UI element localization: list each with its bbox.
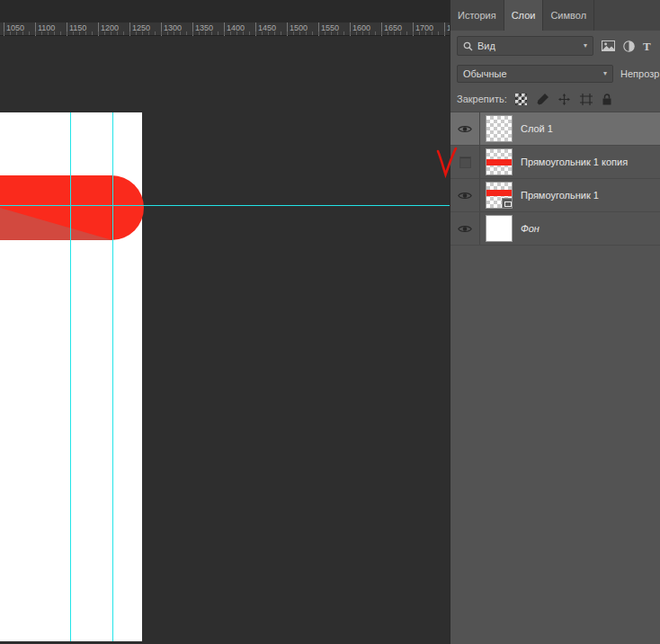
ruler-label: 1550 [318,22,339,36]
layer-filter-row: Вид ▾ T [450,31,660,61]
eye-icon [458,224,472,234]
ruler-label: 1250 [129,22,150,36]
ruler-label: 1150 [67,22,86,36]
layer-row-rectangle-1-copy[interactable]: Прямоугольник 1 копия [450,146,660,179]
kind-dropdown-value: Вид [477,40,495,51]
eye-icon [458,124,472,134]
type-layer-filter-icon[interactable]: T [643,40,651,52]
canvas-area[interactable]: 1050 1100 1150 1200 1250 1300 1350 1400 … [0,0,450,644]
thumbnail-red-bar [486,159,512,165]
panel-tab-bar: История Слои Символ [450,0,660,31]
layer-thumbnail[interactable] [486,215,513,242]
layer-name: Прямоугольник 1 копия [521,157,628,167]
horizontal-guide[interactable] [0,205,450,206]
tab-symbol[interactable]: Символ [543,0,594,31]
layer-list: Слой 1 Прямоугольник 1 копия [450,112,660,246]
layer-name: Слой 1 [521,123,553,134]
visibility-toggle[interactable] [450,112,480,145]
canvas-top-strip [0,0,450,22]
lock-position-move-icon[interactable] [558,94,570,105]
ruler-label: 1050 [4,22,24,36]
blend-mode-dropdown[interactable]: Обычные ▾ [457,65,613,83]
layer-row-layer-1[interactable]: Слой 1 [450,112,660,146]
layer-thumbnail[interactable] [486,115,513,142]
layer-filter-kind-dropdown[interactable]: Вид ▾ [457,36,593,56]
layer-name: Прямоугольник 1 [521,190,599,201]
search-icon [463,41,473,51]
tab-history[interactable]: История [450,0,504,31]
vertical-guide-2[interactable] [112,112,113,641]
lock-row: Закрепить: [450,86,660,112]
ruler-label: 1300 [161,22,182,36]
shape-layer-badge-icon [502,198,513,209]
layer-row-background[interactable]: Фон [450,212,660,246]
ruler-label: 1400 [224,22,245,36]
lock-buttons [515,94,611,105]
thumbnail-red-bar [486,190,512,196]
ruler-label: 1650 [381,22,402,36]
vertical-guide-1[interactable] [70,112,71,641]
ruler-label: 1100 [35,22,55,36]
photoshop-window: 1050 1100 1150 1200 1250 1300 1350 1400 … [0,0,660,644]
ruler-label: 1350 [192,22,213,36]
hidden-visibility-well[interactable] [459,157,471,168]
blend-mode-row: Обычные ▾ Непрозр [450,61,660,86]
layer-thumbnail[interactable] [486,182,513,209]
horizontal-ruler[interactable]: 1050 1100 1150 1200 1250 1300 1350 1400 … [0,22,450,36]
visibility-toggle[interactable] [450,179,480,211]
layers-panel: История Слои Символ Вид ▾ [450,0,660,644]
tab-layers[interactable]: Слои [504,0,544,31]
ruler-label: 1200 [98,22,119,36]
filter-type-buttons: T [602,40,651,52]
lock-pixels-brush-icon[interactable] [537,94,549,105]
lock-artboard-icon[interactable] [580,94,593,105]
ruler-label: 1450 [255,22,276,36]
opacity-label: Непрозр [620,68,659,79]
eye-icon [458,191,472,201]
lock-all-icon[interactable] [602,94,611,105]
lock-transparency-icon[interactable] [515,94,527,105]
ruler-label: 1700 [413,22,433,36]
pixel-layer-filter-icon[interactable] [602,40,615,51]
layer-name: Фон [521,223,540,234]
adjustment-layer-filter-icon[interactable] [623,40,635,52]
ruler-label: 1600 [350,22,370,36]
layer-row-rectangle-1[interactable]: Прямоугольник 1 [450,179,660,212]
lock-label: Закрепить: [457,94,507,104]
layer-thumbnail[interactable] [486,148,513,175]
chevron-down-icon: ▾ [603,70,607,77]
red-check-annotation [434,146,459,180]
visibility-toggle[interactable] [450,212,480,245]
blend-mode-value: Обычные [463,68,507,79]
ruler-label: 1500 [287,22,308,36]
red-rectangle-shade [0,175,144,240]
chevron-down-icon: ▾ [584,42,587,49]
red-rounded-rectangle [0,175,144,240]
